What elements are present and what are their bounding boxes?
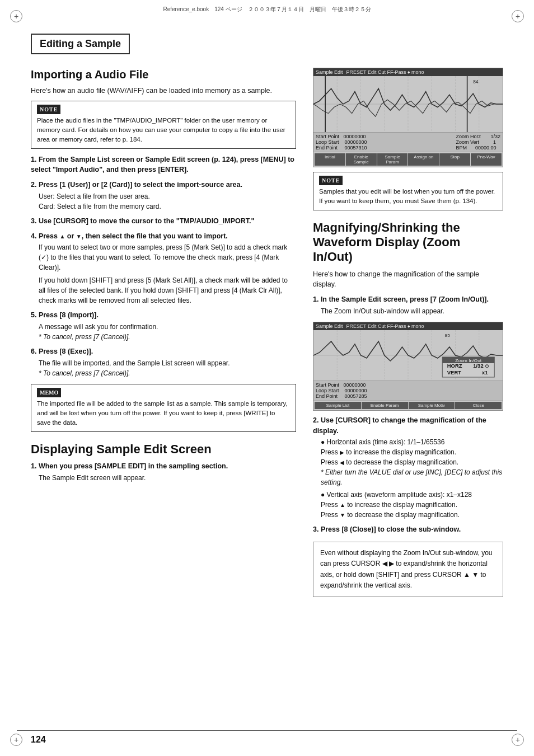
screen1-param-zoom: Zoom Horz 1/32 Zoom Vert 1 BPM 00000.00 <box>456 134 500 151</box>
svg-text:VERT: VERT <box>447 370 462 375</box>
screen2-params: Start Point 00000000 Loop Start 00000000… <box>313 381 503 400</box>
zoom-step-2-text: 2. Use [CURSOR] to change the magnificat… <box>313 415 503 436</box>
chapter-title-box: Editing a Sample <box>31 34 130 54</box>
zoom-step-2-up: Press to increase the display magnificat… <box>321 500 503 510</box>
screen2-waveform: 85 Zoom In/Out HORZ 1/32 ◇ VERT x1 <box>313 330 503 381</box>
display-step-1-text: 1. When you press [SAMPLE EDIT] in the s… <box>31 461 296 472</box>
import-step-5-text: 5. Press [8 (Import)]. <box>31 310 296 321</box>
screen2-title-text: Sample Edit <box>316 323 343 329</box>
screen1-btn-assign[interactable]: Assign on <box>408 153 439 166</box>
chapter-title: Editing a Sample <box>40 38 121 49</box>
screen-image-2: Sample Edit PRESET Edit Cut FF-Pass ♦ mo… <box>313 322 503 411</box>
import-step-1: 1. From the Sample List screen or Sample… <box>31 154 296 176</box>
zoom-step-3: 3. Press [8 (Close)] to close the sub-wi… <box>313 524 503 535</box>
screen1-buttons: Initial Enable Sample Sample Param Assig… <box>313 152 503 167</box>
screen2-menu: PRESET Edit Cut FF-Pass ♦ mono <box>346 323 424 329</box>
zoom-step-1-text: 1. In the Sample Edit screen, press [7 (… <box>313 294 503 305</box>
import-step-2-sub2: Card: Select a file from the memory card… <box>39 201 296 212</box>
zoom-step-2-note: * Either turn the VALUE dial or use [INC… <box>321 467 503 487</box>
reg-mark-br <box>512 734 524 746</box>
zoom-step-1-sub: The Zoom In/Out sub-window will appear. <box>321 306 503 316</box>
svg-text:84: 84 <box>473 79 479 84</box>
page-number: 124 <box>31 735 46 745</box>
zoom-step-2-down: Press to decrease the display magnificat… <box>321 510 503 520</box>
screen2-btn-close[interactable]: Close <box>455 402 502 409</box>
waveform-svg-2: 85 Zoom In/Out HORZ 1/32 ◇ VERT x1 <box>313 330 503 381</box>
zoom-step-3-text: 3. Press [8 (Close)] to close the sub-wi… <box>313 524 503 535</box>
page-content: Editing a Sample Importing a Audio File … <box>31 34 503 725</box>
note-text-1: Place the audio files in the "TMP/AUDIO_… <box>37 116 290 145</box>
screen1-btn-enable[interactable]: Enable Sample <box>346 153 377 166</box>
import-step-6-text: 6. Press [8 (Exec)]. <box>31 346 296 357</box>
section-display-title: Displaying Sample Edit Screen <box>31 442 296 457</box>
section-zoom: Magnifying/Shrinking the Waveform Displa… <box>313 220 503 597</box>
screen1-waveform: 84 <box>313 76 503 132</box>
svg-text:85: 85 <box>444 333 450 338</box>
import-step-4-text: 4. Press or , then select the file that … <box>31 231 296 242</box>
screen1-param-start: Start Point 00000000 Loop Start 00000000… <box>316 134 367 151</box>
screen2-titlebar: Sample Edit PRESET Edit Cut FF-Pass ♦ mo… <box>313 322 503 330</box>
reg-mark-bl <box>10 734 22 746</box>
import-step-6: 6. Press [8 (Exec)]. The file will be im… <box>31 346 296 378</box>
svg-text:1/32 ◇: 1/32 ◇ <box>473 363 489 369</box>
svg-text:HORZ: HORZ <box>447 363 462 369</box>
note-icon-2: NOTE <box>319 176 343 185</box>
section-import-title: Importing a Audio File <box>31 68 296 81</box>
screen1-btn-param[interactable]: Sample Param <box>377 153 408 166</box>
two-column-layout: Importing a Audio File Here's how an aud… <box>31 68 503 603</box>
import-step-2: 2. Press [1 (User)] or [2 (Card)] to sel… <box>31 180 296 212</box>
note-box-1: NOTE Place the audio files in the "TMP/A… <box>31 101 296 149</box>
display-step-1: 1. When you press [SAMPLE EDIT] in the s… <box>31 461 296 483</box>
screen1-btn-stop[interactable]: Stop <box>439 153 470 166</box>
screen1-btn-initial[interactable]: Initial <box>315 153 345 166</box>
zoom-step-2-sub-left: Press to decrease the display magnificat… <box>321 457 503 467</box>
screen1-btn-pnc[interactable]: Pnc-Wav <box>471 153 502 166</box>
svg-text:Zoom In/Out: Zoom In/Out <box>455 358 482 363</box>
zoom-steps-2: 2. Use [CURSOR] to change the magnificat… <box>313 415 503 535</box>
zoom-step-2-sub-axis: ● Horizontal axis (time axis): 1/1–1/655… <box>321 437 503 447</box>
screen1-menu: PRESET Edit Cut FF-Pass ♦ mono <box>346 69 424 75</box>
left-column: Importing a Audio File Here's how an aud… <box>31 68 296 603</box>
info-box-text: Even without displaying the Zoom In/Out … <box>320 549 493 589</box>
screen1-title-text: Sample Edit <box>316 69 343 75</box>
note-icon-1: NOTE <box>37 105 60 114</box>
import-step-1-text: 1. From the Sample List screen or Sample… <box>31 154 296 176</box>
section-zoom-title: Magnifying/Shrinking the Waveform Displa… <box>313 220 503 265</box>
screen2-btn-list[interactable]: Sample List <box>315 402 361 409</box>
import-step-6-sub: The file will be imported, and the Sampl… <box>39 358 296 368</box>
import-step-5-sub: A message will ask you for confirmation. <box>39 322 296 332</box>
import-step-2-text: 2. Press [1 (User)] or [2 (Card)] to sel… <box>31 180 296 190</box>
display-step-1-sub: The Sample Edit screen will appear. <box>39 473 296 483</box>
section-display: Displaying Sample Edit Screen 1. When yo… <box>31 442 296 483</box>
section-import-intro: Here's how an audio file (WAV/AIFF) can … <box>31 86 296 96</box>
screen2-btn-enable[interactable]: Enable Param <box>362 402 408 409</box>
display-steps: 1. When you press [SAMPLE EDIT] in the s… <box>31 461 296 483</box>
section-zoom-intro: Here's how to change the magnification o… <box>313 269 503 290</box>
zoom-step-2-sub-right: Press to increase the display magnificat… <box>321 447 503 457</box>
note-text-2: Samples that you edit will be lost when … <box>319 187 497 206</box>
screen-image-1: Sample Edit PRESET Edit Cut FF-Pass ♦ mo… <box>313 68 503 167</box>
import-step-5: 5. Press [8 (Import)]. A message will as… <box>31 310 296 342</box>
page-rule <box>17 730 517 731</box>
waveform-svg-1: 84 <box>313 76 503 132</box>
import-step-4: 4. Press or , then select the file that … <box>31 231 296 306</box>
svg-text:x1: x1 <box>482 370 488 375</box>
import-step-3: 3. Use [CURSOR] to move the cursor to th… <box>31 216 296 227</box>
section-import: Importing a Audio File Here's how an aud… <box>31 68 296 432</box>
import-step-2-sub1: User: Select a file from the user area. <box>39 191 296 201</box>
screen2-btn-motiv[interactable]: Sample Motiv <box>409 402 455 409</box>
screen1-titlebar: Sample Edit PRESET Edit Cut FF-Pass ♦ mo… <box>313 68 503 76</box>
import-steps: 1. From the Sample List screen or Sample… <box>31 154 296 378</box>
screen1-params: Start Point 00000000 Loop Start 00000000… <box>313 132 503 152</box>
screen2-buttons: Sample List Enable Param Sample Motiv Cl… <box>313 400 503 410</box>
import-step-4-sub1: If you want to select two or more sample… <box>39 242 296 273</box>
page-header: Reference_e.book 124 ページ ２００３年７月１４日 月曜日 … <box>31 6 503 13</box>
memo-box-1: MEMO The imported file will be added to … <box>31 384 296 432</box>
zoom-step-2: 2. Use [CURSOR] to change the magnificat… <box>313 415 503 520</box>
zoom-step-1: 1. In the Sample Edit screen, press [7 (… <box>313 294 503 316</box>
import-step-3-text: 3. Use [CURSOR] to move the cursor to th… <box>31 216 296 227</box>
memo-icon-1: MEMO <box>37 388 61 397</box>
zoom-step-2-vert: ● Vertical axis (waveform amplitude axis… <box>321 490 503 500</box>
reg-mark-tl <box>10 10 22 22</box>
note-box-2: NOTE Samples that you edit will be lost … <box>313 172 503 210</box>
